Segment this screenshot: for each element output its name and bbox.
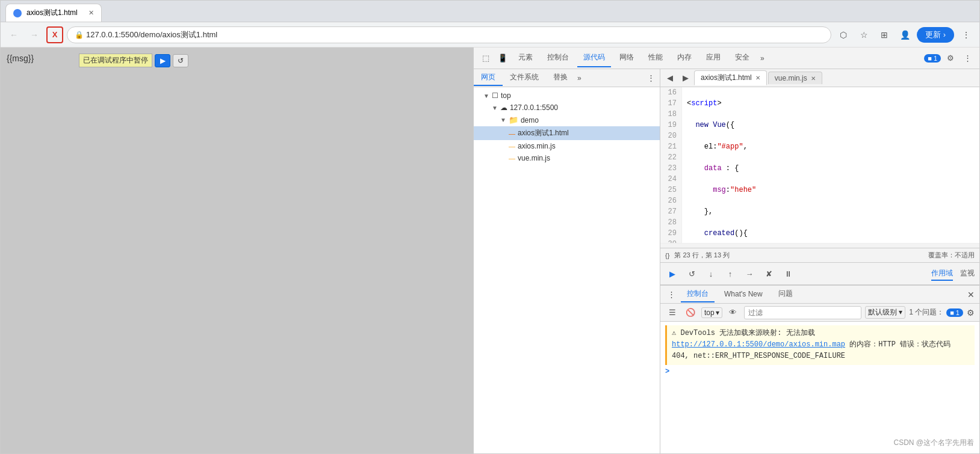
console-eye-icon[interactable]: 👁 xyxy=(726,305,740,320)
tab-performance[interactable]: 性能 xyxy=(642,49,669,67)
step-over-btn[interactable]: ↺ xyxy=(684,266,699,281)
brackets-icon: {} xyxy=(665,252,669,259)
tree-item-axios-min[interactable]: — axios.min.js xyxy=(474,140,660,152)
tree-item-vue-min[interactable]: — vue.min.js xyxy=(474,152,660,164)
issues-badge-box: ■ 1 xyxy=(946,308,963,317)
src-tab-filesystem[interactable]: 文件系统 xyxy=(503,70,546,86)
device-icon[interactable]: 📱 xyxy=(495,51,510,66)
step-into-btn[interactable]: ↓ xyxy=(704,266,718,281)
folder-icon-top: ☐ xyxy=(492,91,498,100)
console-tab-main[interactable]: 控制台 xyxy=(681,286,715,302)
editor-tabs: ◀ ▶ axios测试1.html ✕ vue.min.js ✕ xyxy=(660,69,979,87)
console-top-filter[interactable]: top ▾ xyxy=(701,307,722,318)
arrow-top xyxy=(483,93,489,99)
tab-memory[interactable]: 内存 xyxy=(671,49,698,67)
step-btn[interactable]: → xyxy=(742,266,757,281)
console-settings-icon[interactable]: ⚙ xyxy=(967,308,975,317)
scope-tab[interactable]: 作用域 xyxy=(931,267,953,281)
tree-item-demo[interactable]: 📁 demo xyxy=(474,114,660,126)
console-tab-whats-new[interactable]: What's New xyxy=(718,287,769,302)
lock-icon: 🔒 xyxy=(75,31,84,39)
tab-favicon xyxy=(13,9,22,17)
console-filter-input[interactable] xyxy=(744,306,861,319)
tab-console[interactable]: 控制台 xyxy=(541,49,575,67)
devtools-body: 网页 文件系统 替换 » ⋮ ☐ top xyxy=(474,69,979,453)
tree-item-axios-html[interactable]: — axios测试1.html xyxy=(474,126,660,140)
warning-link[interactable]: http://127.0.0.1:5500/demo/axios.min.map xyxy=(672,340,845,349)
tab-security[interactable]: 安全 xyxy=(729,49,755,67)
folder-demo-icon: 📁 xyxy=(509,115,518,124)
forward-button[interactable]: → xyxy=(26,26,43,43)
deactivate-btn[interactable]: ✘ xyxy=(761,266,776,281)
warning-message: ⚠ DevTools 无法加载来源映射: 无法加载 http://127.0.0… xyxy=(665,325,975,365)
tab-application[interactable]: 应用 xyxy=(700,49,727,67)
tab-nav-back[interactable]: ◀ xyxy=(663,71,677,85)
watch-tab[interactable]: 监视 xyxy=(960,267,975,281)
console-close-btn[interactable]: ✕ xyxy=(967,290,975,299)
inspect-icon[interactable]: ⬚ xyxy=(479,51,493,66)
resume-dbg-btn[interactable]: ▶ xyxy=(665,266,680,281)
editor-footer: {} 第 23 行，第 13 列 覆盖率：不适用 xyxy=(660,248,979,262)
tree-item-top[interactable]: ☐ top xyxy=(474,90,660,102)
editor-tab-axios-html[interactable]: axios测试1.html ✕ xyxy=(694,70,767,85)
devtools-panel: ⬚ 📱 元素 控制台 源代码 网络 性能 内存 应用 安全 » ■ 1 ⚙ ⋮ xyxy=(473,48,979,453)
tree-item-server[interactable]: ☁ 127.0.0.1:5500 xyxy=(474,102,660,114)
coverage-label: 覆盖率：不适用 xyxy=(928,251,975,260)
cloud-icon: ☁ xyxy=(500,103,507,112)
tab-sources[interactable]: 源代码 xyxy=(577,49,611,67)
default-level-select[interactable]: 默认级别 ▾ xyxy=(865,306,905,319)
code-content: <script> new Vue({ el:"#app", data : { m… xyxy=(682,87,979,243)
address-right: ⬡ ☆ ⊞ 👤 更新 › ⋮ xyxy=(835,26,975,43)
close-tab-axios[interactable]: ✕ xyxy=(755,75,760,81)
arrow-demo xyxy=(500,117,506,123)
dt-right-controls: ■ 1 ⚙ ⋮ xyxy=(924,51,975,66)
tab-elements[interactable]: 元素 xyxy=(512,49,539,67)
console-clear-btn[interactable]: 🚫 xyxy=(683,305,698,320)
step-over-button[interactable]: ↺ xyxy=(173,54,188,67)
browser-tab[interactable]: axios测试1.html ✕ xyxy=(5,4,102,22)
arrow-server xyxy=(492,105,498,111)
pause-exceptions-btn[interactable]: ⏸ xyxy=(781,266,795,281)
console-menu-icon[interactable]: ⋮ xyxy=(665,289,677,301)
settings-icon[interactable]: ⚙ xyxy=(943,51,958,66)
cursor-position: 第 23 行，第 13 列 xyxy=(674,251,730,260)
console-sidebar-btn[interactable]: ☰ xyxy=(665,305,680,320)
debug-label: 已在调试程序中暂停 xyxy=(79,54,152,67)
src-tab-webpage[interactable]: 网页 xyxy=(474,70,503,86)
share-icon[interactable]: ⬡ xyxy=(835,26,852,43)
console-prompt[interactable]: > xyxy=(665,367,975,376)
tab-network[interactable]: 网络 xyxy=(613,49,640,67)
update-button[interactable]: 更新 › xyxy=(917,27,954,43)
watermark: CSDN @这个名字先用着 xyxy=(893,438,974,448)
src-tab-overrides[interactable]: 替换 xyxy=(546,70,575,86)
step-out-btn[interactable]: ↑ xyxy=(723,266,737,281)
tab-close-btn[interactable]: ✕ xyxy=(88,9,94,17)
page-content: {{msg}} 已在调试程序中暂停 ▶ ↺ xyxy=(1,48,473,453)
customize-icon[interactable]: ⋮ xyxy=(960,51,975,66)
grid-icon[interactable]: ⊞ xyxy=(876,26,893,43)
tab-nav-forward[interactable]: ▶ xyxy=(678,71,693,85)
issues-count-area: 1 个问题： ■ 1 xyxy=(909,307,963,317)
src-tabs-more[interactable]: » xyxy=(575,72,584,85)
profile-icon[interactable]: 👤 xyxy=(896,26,913,43)
issues-badge: ■ 1 xyxy=(924,54,941,63)
sources-tabs: 网页 文件系统 替换 » ⋮ xyxy=(474,69,660,87)
back-button[interactable]: ← xyxy=(5,26,22,43)
debugger-panel-tabs: 作用域 监视 xyxy=(931,267,975,281)
resume-button[interactable]: ▶ xyxy=(155,54,170,67)
bookmark-icon[interactable]: ☆ xyxy=(855,26,872,43)
address-bar: ← → X 🔒 127.0.0.1:5500/demo/axios测试1.htm… xyxy=(1,22,979,48)
url-bar[interactable]: 🔒 127.0.0.1:5500/demo/axios测试1.html xyxy=(67,26,831,43)
editor-tab-vue-min[interactable]: vue.min.js ✕ xyxy=(768,72,822,84)
more-icon[interactable]: ⋮ xyxy=(958,26,975,43)
console-tab-issues[interactable]: 问题 xyxy=(772,286,799,302)
debugger-controls: ▶ ↺ ↓ ↑ → ✘ ⏸ 作用域 监视 xyxy=(660,262,979,285)
file-tree: ☐ top ☁ 127.0.0.1:5500 📁 demo xyxy=(474,87,660,453)
src-menu-icon[interactable]: ⋮ xyxy=(642,71,660,85)
close-tab-vue[interactable]: ✕ xyxy=(811,75,816,82)
warning-icon: ⚠ xyxy=(672,329,680,337)
tabs-more-icon[interactable]: » xyxy=(758,52,767,65)
stop-button[interactable]: X xyxy=(46,26,63,43)
file-js-icon-2: — xyxy=(509,155,515,162)
console-panel: ⋮ 控制台 What's New 问题 ✕ ☰ 🚫 top xyxy=(660,285,979,453)
